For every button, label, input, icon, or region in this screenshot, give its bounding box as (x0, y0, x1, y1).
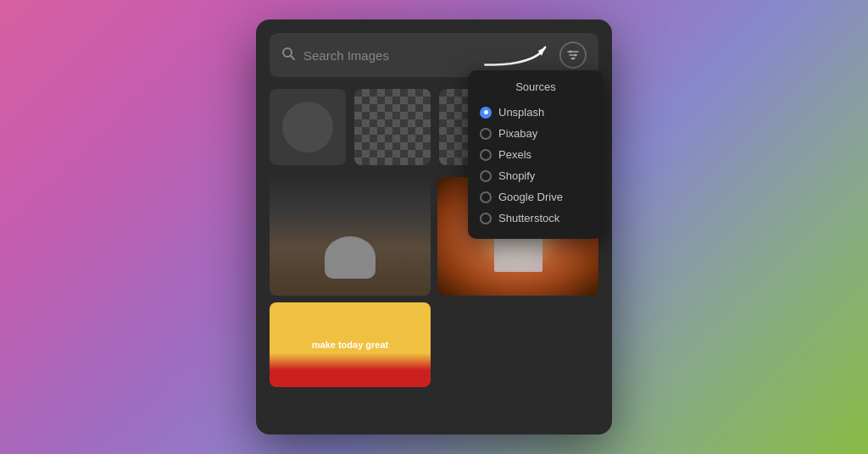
source-item-pexels[interactable]: Pexels (480, 144, 592, 165)
source-item-unsplash[interactable]: Unsplash (480, 102, 592, 123)
sources-title: Sources (480, 80, 592, 93)
radio-pexels (480, 149, 492, 161)
source-label-pexels: Pexels (498, 148, 531, 161)
source-label-google-drive: Google Drive (498, 191, 563, 203)
svg-point-6 (575, 54, 577, 57)
search-icon (281, 47, 295, 64)
circle-shape (282, 102, 333, 152)
checker-pattern-1 (354, 89, 431, 165)
man-laptop-photo (270, 177, 431, 296)
image-poster[interactable]: make today great (270, 302, 431, 387)
radio-pixabay (480, 128, 492, 140)
image-search-panel: make today great Sources Unsplash Pixaba… (256, 19, 612, 435)
thumb-circle-item[interactable] (270, 89, 346, 165)
image-man-laptop[interactable] (270, 177, 431, 296)
thumb-checker-item-1[interactable] (354, 89, 431, 165)
source-label-unsplash: Unsplash (498, 106, 544, 119)
source-item-google-drive[interactable]: Google Drive (480, 186, 592, 208)
svg-point-5 (570, 51, 572, 53)
svg-point-7 (572, 58, 575, 60)
source-label-pixabay: Pixabay (498, 127, 537, 140)
radio-shopify (480, 170, 492, 182)
radio-google-drive (480, 191, 492, 203)
filter-button[interactable] (559, 42, 587, 69)
svg-line-1 (291, 56, 294, 59)
search-input[interactable] (303, 48, 551, 63)
source-label-shopify: Shopify (498, 169, 535, 182)
sources-dropdown: Sources Unsplash Pixabay Pexels Shopify … (468, 70, 604, 239)
source-label-shutterstock: Shutterstock (498, 212, 559, 224)
source-item-shopify[interactable]: Shopify (480, 165, 592, 186)
source-item-shutterstock[interactable]: Shutterstock (480, 208, 592, 229)
radio-shutterstock (480, 213, 492, 224)
poster-photo: make today great (270, 302, 431, 387)
radio-unsplash (480, 107, 492, 119)
source-item-pixabay[interactable]: Pixabay (480, 123, 592, 144)
